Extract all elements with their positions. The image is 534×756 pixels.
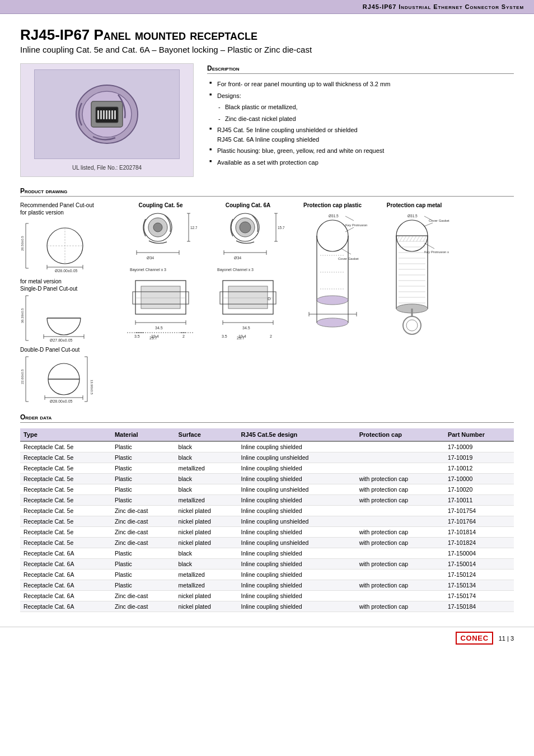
table-cell: Inline coupling shielded	[237, 548, 355, 559]
table-header-row: Type Material Surface RJ45 Cat.5e design…	[20, 428, 514, 441]
table-cell: Plastic	[111, 570, 175, 580]
col-partnumber: Part Number	[444, 428, 514, 441]
table-cell: 17-101814	[444, 527, 514, 538]
svg-text:D: D	[268, 296, 271, 301]
svg-text:3.5: 3.5	[134, 334, 140, 338]
footer-logo: CONEC	[456, 632, 493, 645]
table-cell	[356, 570, 444, 580]
table-cell: metallized	[175, 570, 238, 580]
svg-text:29.7: 29.7	[149, 336, 157, 339]
plastic-version-label: for plastic version	[20, 209, 113, 216]
order-data-section: Order data Type Material Surface RJ45 Ca…	[20, 413, 514, 612]
table-cell: 17-10012	[444, 463, 514, 474]
single-d-svg: 36.39±0.5 Ø27.80±0.05	[20, 293, 104, 343]
table-row: Receptacle Cat. 5ePlasticmetallizedInlin…	[20, 463, 514, 474]
svg-text:Ø34: Ø34	[234, 256, 241, 260]
table-cell: Inline coupling shielded	[237, 527, 355, 538]
table-cell: Inline coupling shielded	[237, 506, 355, 516]
table-cell: Plastic	[111, 548, 175, 559]
main-title: RJ45-IP67 Panel mounted receptacle	[20, 26, 514, 44]
svg-line-142	[400, 236, 403, 241]
table-cell: 17-10009	[444, 441, 514, 452]
table-cell: 17-10011	[444, 495, 514, 506]
order-table-body: Receptacle Cat. 5ePlasticblackInline cou…	[20, 441, 514, 612]
coupling-6a-top-svg: 15.71 Bayonet Channel x 3 Ø34	[212, 211, 284, 272]
svg-line-149	[423, 236, 427, 241]
table-cell: nickel plated	[175, 516, 238, 527]
table-cell: Inline coupling shielded	[237, 559, 355, 570]
table-cell: 17-150124	[444, 570, 514, 580]
table-cell: Receptacle Cat. 6A	[20, 601, 111, 612]
svg-text:2: 2	[182, 334, 185, 338]
svg-text:26.50±0.5: 26.50±0.5	[21, 236, 24, 251]
table-cell: black	[175, 441, 238, 452]
svg-rect-84	[228, 286, 268, 309]
coupling-5e-top-svg: 12.71 Bayonet Channel x 3 Ø34	[124, 211, 197, 272]
table-row: Receptacle Cat. 5ePlasticmetallizedInlin…	[20, 495, 514, 506]
table-row: Receptacle Cat. 6APlasticmetallizedInlin…	[20, 570, 514, 580]
header-title: RJ45-IP67 Industrial Ethernet Connector …	[363, 3, 524, 10]
table-cell	[356, 591, 444, 601]
coupling-5e-col: Coupling Cat. 5e 12.71 Bayon	[121, 202, 200, 339]
desc-item-4: Plastic housing: blue, green, yellow, re…	[209, 145, 514, 157]
panel-cutout-label: Recommended Panel Cut-out	[20, 202, 113, 208]
coupling-6a-label: Coupling Cat. 6A	[226, 202, 271, 208]
table-cell: Inline coupling shielded	[237, 495, 355, 506]
table-cell: Receptacle Cat. 6A	[20, 591, 111, 601]
svg-text:Bayonet Channel x 3: Bayonet Channel x 3	[217, 268, 254, 272]
table-cell: Plastic	[111, 484, 175, 495]
ul-listed-label: UL listed, File No.: E202784	[72, 165, 142, 171]
table-cell: 17-150004	[444, 548, 514, 559]
table-row: Receptacle Cat. 6AZinc die-castnickel pl…	[20, 591, 514, 601]
svg-text:Ø31.5: Ø31.5	[407, 214, 418, 218]
single-d-label: Single-D Panel Cut-out	[20, 286, 113, 292]
svg-line-97	[345, 216, 354, 221]
table-cell: nickel plated	[175, 601, 238, 612]
table-cell: black	[175, 559, 238, 570]
table-cell: Zinc die-cast	[111, 516, 175, 527]
table-cell: Plastic	[111, 474, 175, 484]
table-cell: metallized	[175, 580, 238, 591]
subtitle: Inline coupling Cat. 5e and Cat. 6A – Ba…	[20, 45, 514, 54]
svg-text:34.5: 34.5	[155, 326, 163, 330]
table-cell: 17-10019	[444, 452, 514, 463]
table-row: Receptacle Cat. 5eZinc die-castnickel pl…	[20, 516, 514, 527]
col-surface: Surface	[175, 428, 238, 441]
svg-line-126	[424, 243, 434, 249]
table-cell: Plastic	[111, 452, 175, 463]
table-cell: 17-101764	[444, 516, 514, 527]
protection-metal-label: Protection cap metal	[387, 202, 442, 208]
table-cell: nickel plated	[175, 527, 238, 538]
panel-cutout-col: Recommended Panel Cut-out for plastic ve…	[20, 202, 113, 405]
svg-text:13.90±0.5: 13.90±0.5	[90, 380, 93, 395]
svg-text:Ø31.5: Ø31.5	[329, 214, 339, 218]
svg-point-116	[317, 318, 348, 327]
svg-line-148	[420, 236, 423, 241]
double-d-svg: 22.60±0.5 13.90±0.5 Ø28.00±0.05	[20, 354, 104, 404]
desc-sub-2: Zinc die-cast nickel plated	[209, 113, 514, 125]
table-cell: Plastic	[111, 463, 175, 474]
svg-text:Key Protrusion x 3: Key Protrusion x 3	[424, 250, 449, 254]
table-row: Receptacle Cat. 5ePlasticblackInline cou…	[20, 452, 514, 463]
table-cell: 17-10020	[444, 484, 514, 495]
table-cell: Receptacle Cat. 5e	[20, 527, 111, 538]
table-row: Receptacle Cat. 6AZinc die-castnickel pl…	[20, 601, 514, 612]
svg-text:2: 2	[270, 334, 272, 338]
table-cell: Plastic	[111, 559, 175, 570]
svg-line-145	[410, 236, 413, 241]
table-cell: Inline coupling shielded	[237, 474, 355, 484]
product-drawing-title: Product drawing	[20, 187, 514, 197]
svg-line-144	[406, 236, 410, 241]
plastic-cutout-svg: 26.50±0.5 Ø28.00±0.05	[20, 218, 104, 274]
table-cell	[356, 441, 444, 452]
footer-page: 11 | 3	[499, 635, 514, 642]
table-cell: Receptacle Cat. 6A	[20, 580, 111, 591]
svg-rect-10	[114, 110, 116, 119]
svg-text:Ø28.00±0.05: Ø28.00±0.05	[50, 399, 73, 403]
svg-text:Ø27.80±0.05: Ø27.80±0.05	[50, 338, 73, 342]
desc-item-5: Available as a set with protection cap	[209, 157, 514, 169]
table-row: Receptacle Cat. 5eZinc die-castnickel pl…	[20, 527, 514, 538]
table-cell: Inline coupling unshielded	[237, 516, 355, 527]
product-image-box: UL listed, File No.: E202784	[20, 63, 194, 177]
table-cell: metallized	[175, 463, 238, 474]
